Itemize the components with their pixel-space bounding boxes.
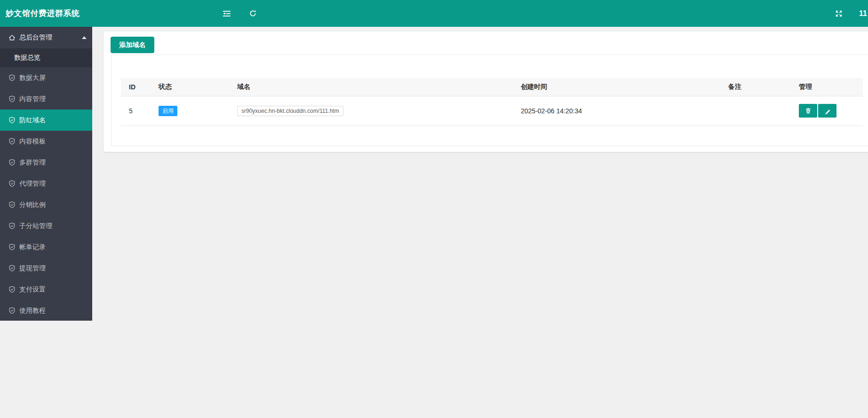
shield-check-icon	[8, 265, 16, 272]
col-header-manage: 管理	[799, 78, 863, 96]
col-header-status: 状态	[159, 78, 237, 96]
shield-check-icon	[8, 201, 16, 208]
sidebar-nav: 总后台管理 数据总览 数据大屏 内容管理 防红域名 内容模板 多群管理 代理管理…	[0, 27, 92, 321]
sidebar-item-billing-records[interactable]: 帐单记录	[0, 237, 92, 258]
sidebar-item-label: 分销比例	[19, 201, 46, 209]
domain-value-box: sr90yxuec.hn-bkt.clouddn.com/111.htm	[237, 106, 343, 116]
col-header-remark: 备注	[728, 78, 799, 96]
sidebar-item-withdrawal-mgmt[interactable]: 提现管理	[0, 258, 92, 279]
sidebar-group-admin[interactable]: 总后台管理	[0, 27, 92, 48]
sidebar-group-label: 总后台管理	[19, 33, 52, 42]
shield-check-icon	[8, 180, 16, 187]
pencil-icon	[824, 107, 831, 115]
sidebar-item-label: 防红域名	[19, 116, 46, 125]
sidebar-item-distribution-ratio[interactable]: 分销比例	[0, 194, 92, 215]
shield-check-icon	[8, 244, 16, 251]
domain-table: ID 状态 域名 创建时间 备注 管理 5 启用	[121, 78, 863, 126]
sidebar-item-tutorial[interactable]: 使用教程	[0, 300, 92, 321]
refresh-icon[interactable]	[246, 0, 260, 27]
status-badge-enabled[interactable]: 启用	[159, 106, 177, 116]
sidebar-item-label: 子分站管理	[19, 222, 52, 230]
sidebar-item-content-mgmt[interactable]: 内容管理	[0, 88, 92, 110]
table-panel: ID 状态 域名 创建时间 备注 管理 5 启用	[111, 55, 868, 146]
sidebar-item-content-template[interactable]: 内容模板	[0, 131, 92, 152]
home-icon	[8, 34, 16, 41]
header-clock: 11	[859, 0, 867, 27]
col-header-created: 创建时间	[521, 78, 728, 96]
sidebar-item-multi-group[interactable]: 多群管理	[0, 152, 92, 173]
add-domain-button[interactable]: 添加域名	[111, 37, 154, 53]
sidebar-item-label: 内容模板	[19, 137, 46, 146]
chevron-up-icon	[82, 36, 87, 39]
sidebar-item-label: 内容管理	[19, 95, 46, 103]
shield-check-icon	[8, 95, 16, 103]
fullscreen-icon[interactable]	[832, 0, 846, 27]
table-header-row: ID 状态 域名 创建时间 备注 管理	[121, 78, 863, 96]
trash-icon	[804, 107, 812, 115]
top-header-bar: 妙文馆付费进群系统 11	[0, 0, 868, 27]
sidebar-item-data-overview[interactable]: 数据总览	[0, 48, 92, 67]
sidebar-item-payment-settings[interactable]: 支付设置	[0, 279, 92, 300]
main-content-card: 添加域名 ID 状态 域名 创建时间 备注 管理	[104, 32, 868, 152]
col-header-id: ID	[121, 78, 159, 96]
cell-remark	[728, 96, 799, 126]
sidebar-item-anti-red-domain[interactable]: 防红域名	[0, 110, 92, 131]
edit-button[interactable]	[818, 104, 836, 118]
sidebar-item-agent-mgmt[interactable]: 代理管理	[0, 173, 92, 194]
cell-id: 5	[121, 96, 159, 126]
shield-check-icon	[8, 222, 16, 229]
sidebar-item-data-screen[interactable]: 数据大屏	[0, 67, 92, 88]
collapse-menu-icon[interactable]	[220, 0, 234, 27]
sidebar-item-label: 帐单记录	[19, 243, 46, 252]
sidebar-item-label: 支付设置	[19, 285, 46, 294]
col-header-domain: 域名	[237, 78, 521, 96]
sidebar-item-label: 数据总览	[14, 54, 40, 62]
cell-created-time: 2025-02-06 14:20:34	[521, 96, 728, 126]
delete-button[interactable]	[799, 104, 817, 118]
shield-check-icon	[8, 286, 16, 293]
sidebar-item-label: 提现管理	[19, 264, 46, 273]
shield-check-icon	[8, 138, 16, 145]
app-title: 妙文馆付费进群系统	[6, 0, 80, 27]
sidebar-item-label: 使用教程	[19, 307, 46, 315]
table-row: 5 启用 sr90yxuec.hn-bkt.clouddn.com/111.ht…	[121, 96, 863, 126]
shield-check-icon	[8, 307, 16, 314]
shield-check-icon	[8, 159, 16, 166]
sidebar-item-label: 数据大屏	[19, 74, 46, 82]
shield-check-icon	[8, 117, 16, 124]
shield-check-icon	[8, 74, 16, 81]
sidebar-item-label: 多群管理	[19, 158, 46, 167]
sidebar-item-substation-mgmt[interactable]: 子分站管理	[0, 215, 92, 237]
sidebar-item-label: 代理管理	[19, 180, 46, 188]
